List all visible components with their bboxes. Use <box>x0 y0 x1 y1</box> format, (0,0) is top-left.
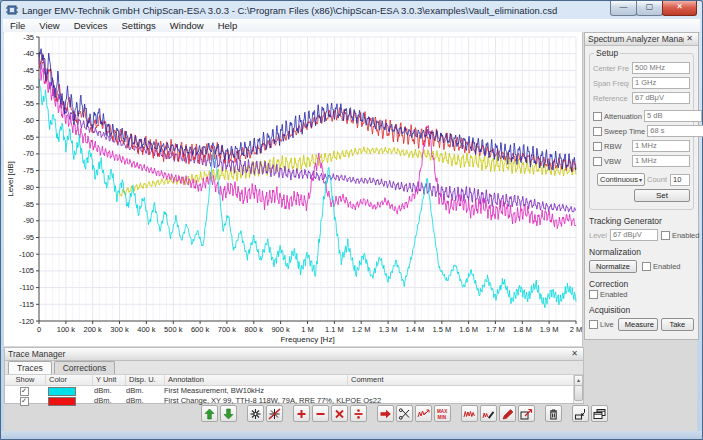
y-tick-label: -85 <box>23 200 34 209</box>
minimize-button[interactable]: — <box>610 1 637 16</box>
subtract-button[interactable] <box>312 405 329 422</box>
column-header-y-unit[interactable]: Y Unit <box>93 375 126 385</box>
show-checkbox[interactable]: ✓ <box>20 397 29 406</box>
trace-icon <box>463 408 476 420</box>
live-label: Live <box>600 320 614 329</box>
right-dock: Spectrum Analyzer Manager ✕ Setup Center… <box>583 32 697 431</box>
take-button[interactable]: Take <box>661 318 694 331</box>
disp-unit-cell: dBm. <box>123 386 161 396</box>
y-tick-label: -115 <box>20 300 34 309</box>
scrollbar-thumb[interactable] <box>574 385 583 401</box>
spectrum-analyzer-manager-panel: Spectrum Analyzer Manager ✕ Setup Center… <box>584 32 699 340</box>
normalization-enabled-label: Enabled <box>653 262 681 271</box>
correction-enabled-checkbox[interactable] <box>589 290 598 299</box>
panel-header: Spectrum Analyzer Manager ✕ <box>585 33 698 46</box>
vertical-scrollbar[interactable]: ▲ <box>573 375 583 403</box>
copy-button[interactable] <box>591 405 608 422</box>
show-checkbox[interactable]: ✓ <box>20 387 29 396</box>
cut-button[interactable] <box>396 405 413 422</box>
setup-field-label: Center Frequency <box>593 64 629 73</box>
max-min-button[interactable]: MAXMIN <box>434 405 451 422</box>
column-header-color[interactable]: Color <box>46 375 93 385</box>
subtract-icon <box>314 408 327 420</box>
table-row[interactable]: ✓dBm.dBm.First Measurement, BW10kHz <box>5 386 583 396</box>
y-axis-label: Level [dB] <box>6 161 15 197</box>
normalization-enabled-checkbox[interactable] <box>642 262 651 271</box>
tab-traces[interactable]: Traces <box>8 361 52 375</box>
y-tick-label: -120 <box>19 317 34 326</box>
copy-icon <box>593 408 606 420</box>
trace-button[interactable] <box>461 405 478 422</box>
rbw-checkbox[interactable] <box>593 142 602 151</box>
app-icon <box>6 4 18 16</box>
set-button[interactable]: Set <box>634 189 690 202</box>
y-tick-label: -65 <box>23 133 34 142</box>
normalize-button[interactable]: Normalize <box>589 260 637 273</box>
import-icon <box>574 408 587 420</box>
panel-title: Spectrum Analyzer Manager <box>588 34 684 44</box>
chevron-down-icon: ▾ <box>639 176 642 183</box>
close-button[interactable]: ✕ <box>662 1 697 16</box>
vbw-checkbox[interactable] <box>593 157 602 166</box>
menu-item-window[interactable]: Window <box>163 19 211 32</box>
menu-item-help[interactable]: Help <box>211 19 245 32</box>
x-tick-label: 600 k <box>191 325 210 334</box>
add-button[interactable] <box>293 405 310 422</box>
extract-trace-button[interactable] <box>415 405 432 422</box>
x-tick-label: 900 k <box>271 325 290 334</box>
x-tick-label: 800 k <box>245 325 264 334</box>
move-down-button[interactable] <box>220 405 237 422</box>
window-bottom-frame <box>1 431 702 439</box>
multiply-button[interactable] <box>331 405 348 422</box>
app-window: Langer EMV-Technik GmbH ChipScan-ESA 3.0… <box>0 0 703 440</box>
tab-corrections[interactable]: Corrections <box>54 361 115 374</box>
delete-button[interactable] <box>545 405 562 422</box>
column-header-show[interactable]: Show <box>5 375 46 385</box>
close-icon[interactable]: ✕ <box>684 34 695 44</box>
svg-text:MIN: MIN <box>438 415 447 420</box>
move-up-button[interactable] <box>201 405 218 422</box>
setup-group: Setup Center Frequency500 MHzSpan Freque… <box>589 53 694 210</box>
tg-enabled-checkbox[interactable] <box>661 231 670 240</box>
menu-item-file[interactable]: File <box>3 19 32 32</box>
export-button[interactable] <box>518 405 535 422</box>
measure-button[interactable]: Measure <box>618 318 658 331</box>
x-tick-label: 1.1 M <box>325 325 344 334</box>
menu-item-view[interactable]: View <box>32 19 66 32</box>
live-checkbox[interactable] <box>589 320 598 329</box>
y-tick-label: -40 <box>23 49 34 58</box>
trace-edit-button[interactable] <box>480 405 497 422</box>
attenuation-checkbox[interactable] <box>593 112 602 121</box>
column-header-annotation[interactable]: Annotation <box>165 375 348 385</box>
marker-off-button[interactable] <box>266 405 283 422</box>
menu-item-settings[interactable]: Settings <box>115 19 163 32</box>
column-header-disp-u-[interactable]: Disp. U. <box>126 375 165 385</box>
x-tick-label: 1.4 M <box>406 325 425 334</box>
y-tick-label: -50 <box>23 83 34 92</box>
apply-right-button[interactable] <box>377 405 394 422</box>
mode-select[interactable]: Continuous ▾ <box>597 173 645 186</box>
marker-off-icon <box>268 408 281 420</box>
sweep-time-checkbox[interactable] <box>593 127 602 136</box>
acquisition-heading: Acquisition <box>589 305 694 315</box>
count-field[interactable]: 10 <box>670 174 690 186</box>
trace-edit-icon <box>482 408 495 420</box>
y-tick-label: -45 <box>23 66 34 75</box>
divide-button[interactable] <box>350 405 367 422</box>
tracking-generator-heading: Tracking Generator <box>589 216 694 226</box>
export-icon <box>520 408 533 420</box>
marker-button[interactable] <box>247 405 264 422</box>
y-tick-label: -35 <box>23 33 34 42</box>
column-header-comment[interactable]: Comment <box>348 375 583 385</box>
maximize-button[interactable]: ▢ <box>636 1 663 16</box>
chart-svg: -35-40-45-50-55-60-65-70-75-80-85-90-95-… <box>4 32 582 346</box>
svg-text:MAX: MAX <box>437 409 448 414</box>
correction-enabled-label: Enabled <box>600 290 628 299</box>
trace-manager-panel: Trace Manager ✕ TracesCorrections ShowCo… <box>4 347 584 404</box>
close-icon[interactable]: ✕ <box>569 349 580 359</box>
x-tick-label: 1.7 M <box>486 325 505 334</box>
annotate-button[interactable] <box>499 405 516 422</box>
setup-heading: Setup <box>594 48 620 58</box>
import-button[interactable] <box>572 405 589 422</box>
menu-item-devices[interactable]: Devices <box>67 19 115 32</box>
